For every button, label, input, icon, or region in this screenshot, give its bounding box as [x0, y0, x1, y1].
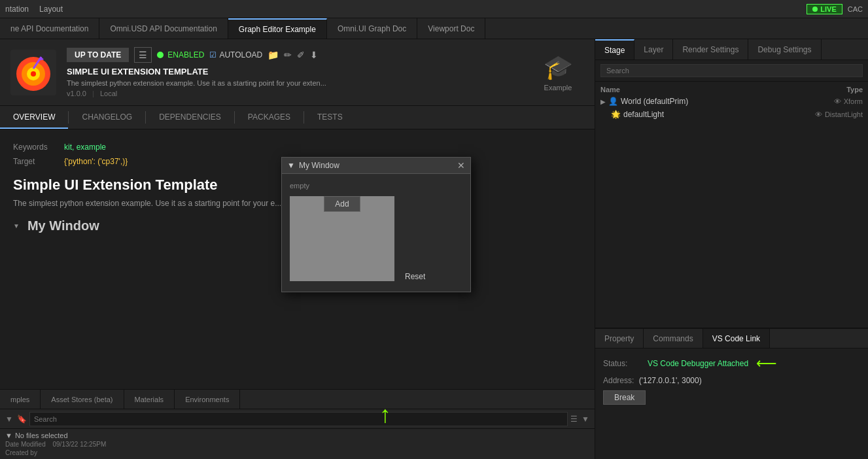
status-value[interactable]: VS Code Debugger Attached — [648, 359, 748, 368]
dialog-gray-box: Add — [290, 196, 394, 281]
search-bar-row: ▼ 🔖 ☰ ▼ — [0, 409, 595, 428]
files-created-row: Created by — [5, 449, 589, 456]
address-value: ('127.0.0.1', 3000) — [639, 376, 702, 385]
extension-meta: v1.0.0 | Local — [67, 90, 521, 97]
dialog-empty-text: empty — [290, 182, 462, 190]
sub-tab-changelog[interactable]: CHANGELOG — [69, 106, 145, 129]
status-row: Status: VS Code Debugger Attached ⟵ — [603, 355, 860, 372]
up-arrow-icon: ↑ — [379, 403, 391, 426]
example-label: Example — [544, 84, 572, 92]
menu-ntation[interactable]: ntation — [5, 5, 29, 14]
bottom-tab-bar: mples Asset Stores (beta) Materials Envi… — [0, 389, 595, 409]
tree-icon-light: 🌟 — [611, 110, 621, 119]
stage-tab-render[interactable]: Render Settings — [673, 39, 748, 60]
stage-tab-layer[interactable]: Layer — [634, 39, 673, 60]
autoload-label: AUTOLOAD — [219, 50, 262, 60]
list-icon[interactable]: ☰ — [570, 415, 578, 424]
search-input[interactable] — [29, 412, 568, 426]
bookmark-icon[interactable]: 🔖 — [17, 415, 27, 424]
tab-ne-api[interactable]: ne API Documentation — [0, 18, 99, 39]
prop-tab-vscode[interactable]: VS Code Link — [703, 329, 770, 348]
green-up-arrow: ↑ — [379, 403, 391, 426]
download-icon[interactable]: ⬇ — [310, 50, 318, 60]
bottom-tab-environments[interactable]: Environments — [175, 390, 240, 409]
search-right-icons: ☰ ▼ — [570, 415, 589, 424]
tree-row-light[interactable]: 🌟 defaultLight 👁 DistantLight — [595, 108, 868, 121]
toolbar-icons: 📁 ✏ ✐ ⬇ — [268, 50, 318, 60]
tab-bar: ne API Documentation Omni.USD API Docume… — [0, 18, 868, 39]
bottom-tab-asset-stores[interactable]: Asset Stores (beta) — [41, 390, 124, 409]
my-window-dialog: ▼ My Window ✕ empty Add Reset — [281, 157, 471, 292]
extension-header: UP TO DATE ☰ ENABLED ☑ AUTOLOAD 📁 ✏ ✐ — [0, 39, 595, 106]
bottom-tab-materials[interactable]: Materials — [124, 390, 175, 409]
tab-viewport[interactable]: Viewport Doc — [417, 18, 485, 39]
tree-expand-world[interactable]: ▶ — [600, 98, 606, 105]
folder-icon[interactable]: 📁 — [268, 50, 279, 60]
enabled-dot — [157, 52, 164, 58]
stage-search-input[interactable] — [600, 64, 863, 77]
svg-point-3 — [31, 71, 36, 76]
prop-content: Status: VS Code Debugger Attached ⟵ Addr… — [595, 348, 868, 459]
extension-description: The simplest python extension example. U… — [67, 79, 521, 87]
filter2-icon[interactable]: ▼ — [582, 415, 589, 424]
stage-tab-debug[interactable]: Debug Settings — [748, 39, 821, 60]
hamburger-button[interactable]: ☰ — [134, 47, 152, 63]
tree-row-world[interactable]: ▶ 👤 World (defaultPrim) 👁 Xform — [595, 95, 868, 108]
stage-tab-stage[interactable]: Stage — [595, 39, 634, 60]
prop-tab-property[interactable]: Property — [595, 329, 644, 348]
sub-tab-packages[interactable]: PACKAGES — [235, 106, 304, 129]
stage-tree: Name Type ▶ 👤 World (defaultPrim) 👁 Xfor… — [595, 82, 868, 124]
files-filter-icon: ▼ — [5, 432, 12, 439]
tree-header: Name Type — [595, 84, 868, 95]
stage-area: Stage Layer Render Settings Debug Settin… — [595, 39, 868, 328]
bottom-tab-mples[interactable]: mples — [0, 390, 41, 409]
extension-info: UP TO DATE ☰ ENABLED ☑ AUTOLOAD 📁 ✏ ✐ — [67, 47, 521, 97]
dialog-title-left: ▼ My Window — [287, 161, 339, 170]
dialog-reset-button[interactable]: Reset — [405, 272, 425, 281]
live-label: LIVE — [820, 5, 836, 13]
keywords-label: Keywords — [13, 143, 59, 152]
sub-tab-overview[interactable]: OVERVIEW — [0, 106, 68, 129]
prop-tab-bar: Property Commands VS Code Link — [595, 329, 868, 348]
tree-type-world: Xform — [844, 97, 863, 105]
stage-tab-bar: Stage Layer Render Settings Debug Settin… — [595, 39, 868, 60]
tab-omni-usd[interactable]: Omni.USD API Documentation — [99, 18, 228, 39]
top-bar-right: LIVE CAC — [807, 4, 863, 14]
live-dot — [812, 7, 818, 12]
my-window-preview-title: My Window — [27, 218, 99, 233]
example-hat-icon: 🎓 — [544, 54, 573, 81]
dialog-title-bar: ▼ My Window ✕ — [282, 158, 470, 174]
prop-tab-commands[interactable]: Commands — [644, 329, 703, 348]
up-to-date-button[interactable]: UP TO DATE — [67, 48, 129, 62]
stage-search — [595, 60, 868, 82]
tab-omni-ui-graph[interactable]: Omni.UI Graph Doc — [327, 18, 417, 39]
search-bar-icons: ▼ 🔖 — [5, 415, 27, 424]
created-by-label: Created by — [5, 449, 37, 456]
tree-name-world: World (defaultPrim) — [621, 97, 831, 106]
files-date-row: Date Modified 09/13/22 12:25PM — [5, 441, 589, 448]
break-button[interactable]: Break — [603, 390, 646, 405]
enabled-badge: ENABLED — [157, 50, 204, 60]
extension-example: 🎓 Example — [532, 54, 584, 92]
target-value: {'python': ('cp37',)} — [64, 157, 128, 166]
tab-graph-editor[interactable]: Graph Editor Example — [228, 18, 327, 39]
menu-layout[interactable]: Layout — [39, 5, 63, 14]
eye-icon-light[interactable]: 👁 — [815, 110, 822, 118]
extension-logo — [10, 50, 56, 95]
pencil-icon[interactable]: ✐ — [297, 50, 305, 60]
edit-icon[interactable]: ✏ — [284, 50, 292, 60]
sub-tab-tests[interactable]: TESTS — [304, 106, 356, 129]
tree-type-col: Type — [846, 86, 863, 94]
dialog-add-button[interactable]: Add — [324, 196, 360, 212]
sub-tab-dependencies[interactable]: DEPENDENCIES — [146, 106, 234, 129]
files-row: ▼ No files selected Date Modified 09/13/… — [0, 428, 595, 459]
dialog-close-button[interactable]: ✕ — [457, 160, 465, 171]
tree-type-light: DistantLight — [825, 110, 863, 118]
cac-label: CAC — [848, 5, 863, 13]
address-label: Address: — [603, 376, 634, 385]
eye-icon-world[interactable]: 👁 — [834, 97, 841, 105]
autoload-check[interactable]: ☑ AUTOLOAD — [209, 50, 262, 60]
dialog-content-row: Add Reset — [290, 196, 462, 281]
keywords-value: kit, example — [64, 143, 106, 152]
filter-icon: ▼ — [5, 415, 13, 424]
